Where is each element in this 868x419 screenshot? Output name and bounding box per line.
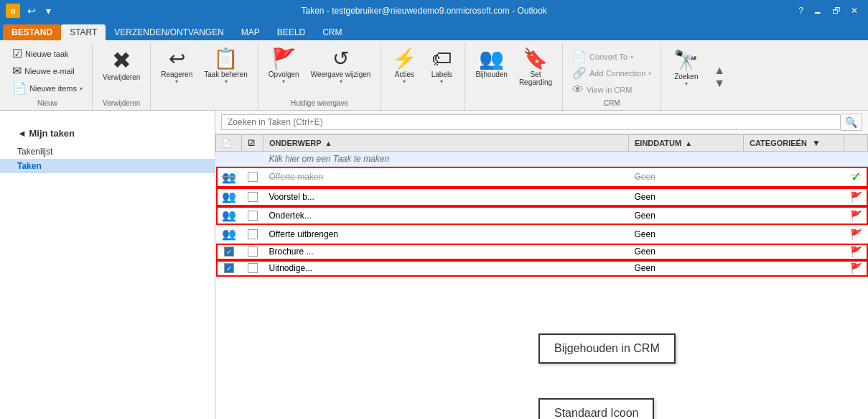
minimize-button[interactable]: 🗕 xyxy=(809,4,826,17)
nieuw-label: Nieuw xyxy=(9,98,86,107)
redo-button[interactable]: ▾ xyxy=(43,4,54,18)
acties-button[interactable]: ⚡ Acties ▾ xyxy=(387,46,421,88)
row-icon-cell: ✓ xyxy=(216,260,242,277)
title-bar: o ↩ ▾ Taken - testgebruiker@nieuwedemo9.… xyxy=(0,0,868,22)
task-checkbox[interactable] xyxy=(248,229,258,239)
row-check-cell[interactable] xyxy=(242,167,263,188)
table-row[interactable]: 👥 Offerte maken Geen ✓ xyxy=(216,167,868,188)
row-icon-cell: ✓ xyxy=(216,244,242,260)
acties-icon: ⚡ xyxy=(392,49,417,69)
row-status-cell: 🚩 xyxy=(844,188,868,206)
sort-arrow: ▲ xyxy=(325,139,332,147)
search-input[interactable] xyxy=(221,114,841,130)
click-here-row[interactable]: Klik hier om een Taak te maken xyxy=(216,152,868,167)
due-sort-arrow: ▲ xyxy=(685,139,692,147)
opvolgen-button[interactable]: 🚩 Opvolgen ▾ xyxy=(264,46,304,88)
labels-button[interactable]: 🏷 Labels ▾ xyxy=(424,46,459,88)
reageren-label xyxy=(157,106,252,107)
ribbon-group-crm: 📄 Convert To ▾ 🔗 Add Connection ▾ 👁 View… xyxy=(563,43,661,110)
row-icon-cell: 👥 xyxy=(216,167,242,188)
row-cat-cell xyxy=(744,167,844,188)
row-check-cell[interactable] xyxy=(242,188,263,206)
row-due-cell: Geen xyxy=(629,188,744,206)
task-checkbox[interactable] xyxy=(248,211,258,221)
close-button[interactable]: ✕ xyxy=(846,4,862,17)
row-check-cell[interactable] xyxy=(242,260,263,277)
verwijderen-button[interactable]: ✖ Verwijderen xyxy=(98,46,144,84)
table-row[interactable]: ✓ Brochure ... Geen 🚩 xyxy=(216,244,868,260)
crm-task-icon: 👥 xyxy=(222,209,236,221)
task-checkbox[interactable] xyxy=(248,247,258,257)
click-here-text[interactable]: Klik hier om een Taak te maken xyxy=(263,152,868,167)
row-check-cell[interactable] xyxy=(242,244,263,260)
status-complete-icon: ✓ xyxy=(851,170,862,184)
crm-buttons: 📄 Convert To ▾ 🔗 Add Connection ▾ 👁 View… xyxy=(569,43,655,98)
row-cat-cell xyxy=(744,225,844,244)
reageren-button[interactable]: ↩ Reageren ▾ xyxy=(157,46,197,88)
acties-buttons: ⚡ Acties ▾ 🏷 Labels ▾ xyxy=(387,43,459,106)
nieuwe-taak-icon: ☑ xyxy=(12,48,22,60)
row-status-cell: 🚩 xyxy=(844,206,868,225)
col-header-categories[interactable]: CATEGORIEËN ▼ xyxy=(744,135,844,152)
crm-task-icon: 👥 xyxy=(222,228,236,240)
zoeken-label xyxy=(667,106,705,107)
tab-bestand[interactable]: BESTAND xyxy=(3,24,61,40)
table-row[interactable]: 👥 Ondertek... Geen 🚩 xyxy=(216,206,868,225)
view-in-crm-button[interactable]: 👁 View in CRM xyxy=(569,82,655,98)
row-status-cell: 🚩 xyxy=(844,260,868,277)
ribbon-group-huidige-weergave: 🚩 Opvolgen ▾ ↺ Weergave wijzigen ▾ Huidi… xyxy=(258,43,382,110)
title-bar-controls: ? 🗕 🗗 ✕ xyxy=(794,4,862,17)
office-logo: o xyxy=(6,4,20,18)
sidebar-item-takenlijst[interactable]: Takenlijst xyxy=(0,144,215,159)
add-connection-button[interactable]: 🔗 Add Connection ▾ xyxy=(569,65,655,81)
bijhouden-button[interactable]: 👥 Bijhouden xyxy=(471,46,511,81)
col-header-icon[interactable]: 📄 xyxy=(216,135,242,152)
row-check-cell[interactable] xyxy=(242,225,263,244)
ribbon: ☑ Nieuwe taak ✉ Nieuwe e-mail 📄 Nieuwe i… xyxy=(0,40,868,111)
status-flag-icon: 🚩 xyxy=(850,210,862,221)
task-checkbox[interactable] xyxy=(248,172,258,182)
verwijderen-buttons: ✖ Verwijderen xyxy=(98,43,144,98)
tab-verzenden[interactable]: VERZENDEN/ONTVANGEN xyxy=(106,24,232,40)
col-header-subject[interactable]: ONDERWERP ▲ xyxy=(263,135,629,152)
tab-crm[interactable]: CRM xyxy=(314,24,350,40)
set-regarding-button[interactable]: 🔖 SetRegarding xyxy=(515,46,556,89)
help-button[interactable]: ? xyxy=(794,4,808,17)
table-row[interactable]: ✓ Uitnodige... Geen 🚩 xyxy=(216,260,868,277)
tab-map[interactable]: MAP xyxy=(233,24,269,40)
col-header-check[interactable]: ☑ xyxy=(242,135,263,152)
convert-to-button[interactable]: 📄 Convert To ▾ xyxy=(569,49,655,65)
row-check-cell[interactable] xyxy=(242,206,263,225)
table-row[interactable]: 👥 Offerte uitbrengen Geen 🚩 xyxy=(216,225,868,244)
task-checkbox[interactable] xyxy=(248,192,258,202)
task-checkbox[interactable] xyxy=(248,263,258,273)
taak-beheren-button[interactable]: 📋 Taak beheren ▾ xyxy=(200,46,252,88)
weergave-wijzigen-button[interactable]: ↺ Weergave wijzigen ▾ xyxy=(307,46,375,88)
search-submit-button[interactable]: 🔍 xyxy=(841,114,862,131)
view-in-crm-icon: 👁 xyxy=(572,84,584,96)
tab-beeld[interactable]: BEELD xyxy=(269,24,314,40)
ribbon-scroll-button[interactable]: ▲▼ xyxy=(711,61,728,93)
col-header-due[interactable]: EINDDATUM ▲ xyxy=(629,135,744,152)
crm-tooltip: Bijgehouden in CRM xyxy=(538,333,676,364)
opvolgen-icon: 🚩 xyxy=(271,49,297,69)
nieuwe-email-button[interactable]: ✉ Nieuwe e-mail xyxy=(9,63,86,79)
table-row[interactable]: 👥 Voorstel b... Geen 🚩 xyxy=(216,188,868,206)
crm-label: CRM xyxy=(569,98,655,107)
nieuwe-items-button[interactable]: 📄 Nieuwe items ▾ xyxy=(9,80,86,96)
nieuwe-taak-button[interactable]: ☑ Nieuwe taak xyxy=(9,46,86,62)
labels-icon: 🏷 xyxy=(431,49,452,69)
row-subject-cell: Offerte uitbrengen xyxy=(263,225,629,244)
standard-task-icon: ✓ xyxy=(224,263,234,273)
undo-button[interactable]: ↩ xyxy=(24,4,39,18)
row-status-cell: ✓ xyxy=(844,167,868,188)
zoeken-button[interactable]: 🔭 Zoeken ▾ xyxy=(667,46,705,90)
bijhouden-icon: 👥 xyxy=(479,49,504,69)
click-here-check-cell xyxy=(242,152,263,167)
status-flag-icon: 🚩 xyxy=(850,262,862,274)
restore-button[interactable]: 🗗 xyxy=(828,4,845,17)
row-status-cell: 🚩 xyxy=(844,244,868,260)
row-cat-cell xyxy=(744,260,844,277)
sidebar-item-taken[interactable]: Taken xyxy=(0,159,215,173)
tab-start[interactable]: START xyxy=(61,24,106,40)
